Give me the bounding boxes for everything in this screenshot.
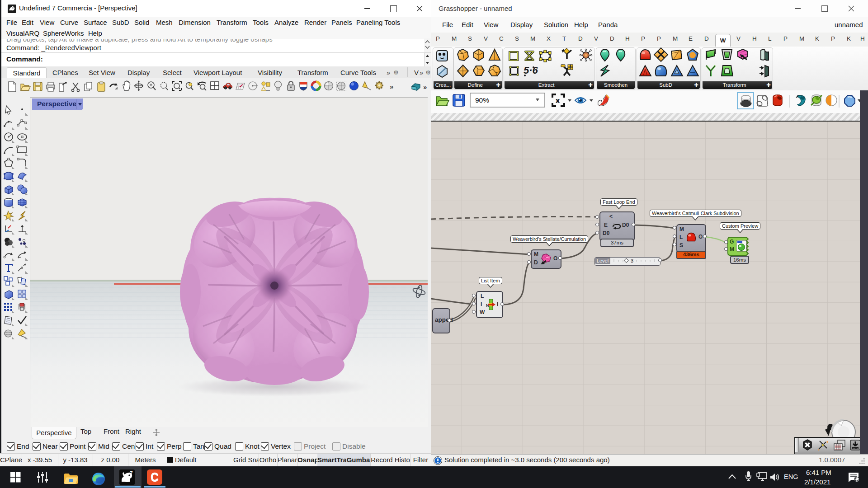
svg-text:»: » <box>390 83 393 90</box>
svg-text:5·6: 5·6 <box>524 65 538 76</box>
svg-text:90%: 90% <box>475 96 489 104</box>
svg-text:3: 3 <box>631 258 633 263</box>
svg-text:7: 7 <box>130 470 133 476</box>
svg-text:»: » <box>423 83 427 91</box>
svg-text:x: x <box>556 97 560 104</box>
